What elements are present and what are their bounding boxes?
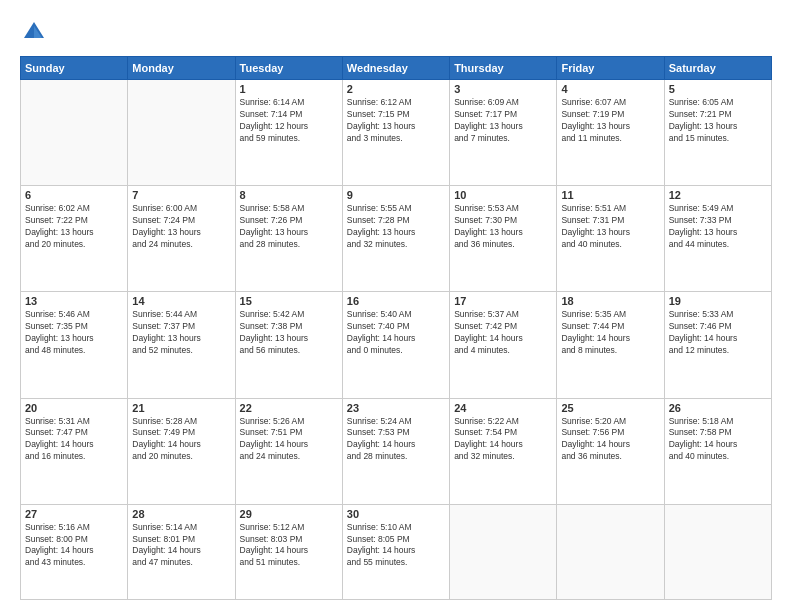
cell-info: Sunrise: 5:37 AMSunset: 7:42 PMDaylight:… [454,309,552,357]
cell-info: Sunrise: 6:09 AMSunset: 7:17 PMDaylight:… [454,97,552,145]
cell-info: Sunrise: 5:40 AMSunset: 7:40 PMDaylight:… [347,309,445,357]
page: SundayMondayTuesdayWednesdayThursdayFrid… [0,0,792,612]
cell-info: Sunrise: 6:12 AMSunset: 7:15 PMDaylight:… [347,97,445,145]
calendar-cell: 6Sunrise: 6:02 AMSunset: 7:22 PMDaylight… [21,186,128,292]
calendar-cell: 17Sunrise: 5:37 AMSunset: 7:42 PMDayligh… [450,292,557,398]
cell-info: Sunrise: 5:20 AMSunset: 7:56 PMDaylight:… [561,416,659,464]
day-number: 24 [454,402,552,414]
calendar-cell [128,80,235,186]
cell-info: Sunrise: 5:24 AMSunset: 7:53 PMDaylight:… [347,416,445,464]
day-number: 16 [347,295,445,307]
calendar-cell: 12Sunrise: 5:49 AMSunset: 7:33 PMDayligh… [664,186,771,292]
calendar-cell [664,504,771,599]
calendar-table: SundayMondayTuesdayWednesdayThursdayFrid… [20,56,772,600]
calendar-cell: 15Sunrise: 5:42 AMSunset: 7:38 PMDayligh… [235,292,342,398]
cell-info: Sunrise: 5:49 AMSunset: 7:33 PMDaylight:… [669,203,767,251]
calendar-cell: 11Sunrise: 5:51 AMSunset: 7:31 PMDayligh… [557,186,664,292]
calendar-cell: 10Sunrise: 5:53 AMSunset: 7:30 PMDayligh… [450,186,557,292]
calendar-cell: 30Sunrise: 5:10 AMSunset: 8:05 PMDayligh… [342,504,449,599]
header [20,18,772,46]
calendar-cell: 4Sunrise: 6:07 AMSunset: 7:19 PMDaylight… [557,80,664,186]
weekday-header-friday: Friday [557,57,664,80]
day-number: 8 [240,189,338,201]
calendar-cell: 7Sunrise: 6:00 AMSunset: 7:24 PMDaylight… [128,186,235,292]
calendar-cell: 22Sunrise: 5:26 AMSunset: 7:51 PMDayligh… [235,398,342,504]
cell-info: Sunrise: 5:18 AMSunset: 7:58 PMDaylight:… [669,416,767,464]
day-number: 23 [347,402,445,414]
cell-info: Sunrise: 5:53 AMSunset: 7:30 PMDaylight:… [454,203,552,251]
calendar-cell: 23Sunrise: 5:24 AMSunset: 7:53 PMDayligh… [342,398,449,504]
cell-info: Sunrise: 6:05 AMSunset: 7:21 PMDaylight:… [669,97,767,145]
calendar-header: SundayMondayTuesdayWednesdayThursdayFrid… [21,57,772,80]
cell-info: Sunrise: 5:22 AMSunset: 7:54 PMDaylight:… [454,416,552,464]
calendar-cell: 25Sunrise: 5:20 AMSunset: 7:56 PMDayligh… [557,398,664,504]
cell-info: Sunrise: 5:58 AMSunset: 7:26 PMDaylight:… [240,203,338,251]
weekday-header-row: SundayMondayTuesdayWednesdayThursdayFrid… [21,57,772,80]
cell-info: Sunrise: 5:12 AMSunset: 8:03 PMDaylight:… [240,522,338,570]
day-number: 12 [669,189,767,201]
day-number: 11 [561,189,659,201]
cell-info: Sunrise: 6:14 AMSunset: 7:14 PMDaylight:… [240,97,338,145]
calendar-cell: 29Sunrise: 5:12 AMSunset: 8:03 PMDayligh… [235,504,342,599]
day-number: 20 [25,402,123,414]
day-number: 30 [347,508,445,520]
calendar-cell: 8Sunrise: 5:58 AMSunset: 7:26 PMDaylight… [235,186,342,292]
cell-info: Sunrise: 6:07 AMSunset: 7:19 PMDaylight:… [561,97,659,145]
cell-info: Sunrise: 5:26 AMSunset: 7:51 PMDaylight:… [240,416,338,464]
calendar-cell: 19Sunrise: 5:33 AMSunset: 7:46 PMDayligh… [664,292,771,398]
cell-info: Sunrise: 5:46 AMSunset: 7:35 PMDaylight:… [25,309,123,357]
logo-icon [20,18,48,46]
calendar-cell: 2Sunrise: 6:12 AMSunset: 7:15 PMDaylight… [342,80,449,186]
calendar-cell: 24Sunrise: 5:22 AMSunset: 7:54 PMDayligh… [450,398,557,504]
calendar-week-4: 20Sunrise: 5:31 AMSunset: 7:47 PMDayligh… [21,398,772,504]
calendar-cell: 3Sunrise: 6:09 AMSunset: 7:17 PMDaylight… [450,80,557,186]
day-number: 21 [132,402,230,414]
day-number: 1 [240,83,338,95]
calendar-cell: 16Sunrise: 5:40 AMSunset: 7:40 PMDayligh… [342,292,449,398]
calendar-week-5: 27Sunrise: 5:16 AMSunset: 8:00 PMDayligh… [21,504,772,599]
calendar-cell: 9Sunrise: 5:55 AMSunset: 7:28 PMDaylight… [342,186,449,292]
day-number: 25 [561,402,659,414]
weekday-header-saturday: Saturday [664,57,771,80]
calendar-cell: 21Sunrise: 5:28 AMSunset: 7:49 PMDayligh… [128,398,235,504]
day-number: 29 [240,508,338,520]
day-number: 10 [454,189,552,201]
weekday-header-sunday: Sunday [21,57,128,80]
cell-info: Sunrise: 5:33 AMSunset: 7:46 PMDaylight:… [669,309,767,357]
cell-info: Sunrise: 5:51 AMSunset: 7:31 PMDaylight:… [561,203,659,251]
calendar-cell: 14Sunrise: 5:44 AMSunset: 7:37 PMDayligh… [128,292,235,398]
calendar-cell [21,80,128,186]
calendar-cell [557,504,664,599]
calendar-cell: 28Sunrise: 5:14 AMSunset: 8:01 PMDayligh… [128,504,235,599]
cell-info: Sunrise: 5:14 AMSunset: 8:01 PMDaylight:… [132,522,230,570]
day-number: 27 [25,508,123,520]
day-number: 7 [132,189,230,201]
day-number: 9 [347,189,445,201]
calendar-cell: 18Sunrise: 5:35 AMSunset: 7:44 PMDayligh… [557,292,664,398]
day-number: 2 [347,83,445,95]
day-number: 4 [561,83,659,95]
cell-info: Sunrise: 5:16 AMSunset: 8:00 PMDaylight:… [25,522,123,570]
cell-info: Sunrise: 5:42 AMSunset: 7:38 PMDaylight:… [240,309,338,357]
day-number: 5 [669,83,767,95]
day-number: 15 [240,295,338,307]
weekday-header-tuesday: Tuesday [235,57,342,80]
calendar-cell: 20Sunrise: 5:31 AMSunset: 7:47 PMDayligh… [21,398,128,504]
weekday-header-wednesday: Wednesday [342,57,449,80]
calendar-cell: 13Sunrise: 5:46 AMSunset: 7:35 PMDayligh… [21,292,128,398]
cell-info: Sunrise: 5:28 AMSunset: 7:49 PMDaylight:… [132,416,230,464]
day-number: 3 [454,83,552,95]
calendar-week-1: 1Sunrise: 6:14 AMSunset: 7:14 PMDaylight… [21,80,772,186]
calendar-cell [450,504,557,599]
cell-info: Sunrise: 6:02 AMSunset: 7:22 PMDaylight:… [25,203,123,251]
calendar-cell: 26Sunrise: 5:18 AMSunset: 7:58 PMDayligh… [664,398,771,504]
cell-info: Sunrise: 5:44 AMSunset: 7:37 PMDaylight:… [132,309,230,357]
day-number: 14 [132,295,230,307]
cell-info: Sunrise: 5:35 AMSunset: 7:44 PMDaylight:… [561,309,659,357]
day-number: 26 [669,402,767,414]
weekday-header-thursday: Thursday [450,57,557,80]
calendar-cell: 1Sunrise: 6:14 AMSunset: 7:14 PMDaylight… [235,80,342,186]
calendar-cell: 5Sunrise: 6:05 AMSunset: 7:21 PMDaylight… [664,80,771,186]
calendar-body: 1Sunrise: 6:14 AMSunset: 7:14 PMDaylight… [21,80,772,600]
weekday-header-monday: Monday [128,57,235,80]
